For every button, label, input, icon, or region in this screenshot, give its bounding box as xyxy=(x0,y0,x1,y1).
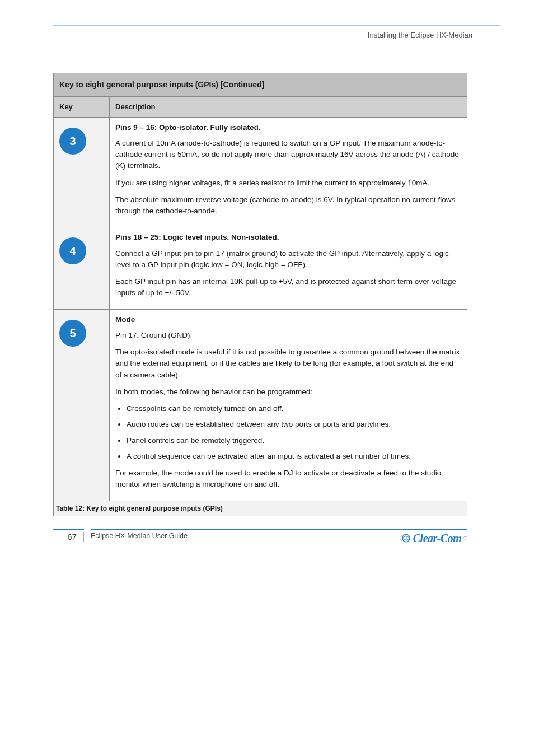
key-cell: 3 xyxy=(54,117,110,227)
desc-title: Mode xyxy=(115,314,461,325)
table-row: 5 Mode Pin 17: Ground (GND).The opto-iso… xyxy=(54,309,467,501)
desc-title: Pins 9 – 16: Opto-isolator. Fully isolat… xyxy=(115,122,461,133)
desc-body: A current of 10mA (anode-to-cathode) is … xyxy=(115,138,461,217)
logo-text: Clear-Com xyxy=(413,532,462,545)
table-caption: Table 12: Key to eight general purpose i… xyxy=(54,501,467,516)
desc-body: Connect a GP input pin to pin 17 (matrix… xyxy=(115,248,461,299)
table-caption-row: Table 12: Key to eight general purpose i… xyxy=(54,501,467,516)
desc-title: Pins 18 – 25: Logic level inputs. Non-is… xyxy=(115,232,461,243)
globe-icon xyxy=(400,533,411,544)
page-footer: 67 Eclipse HX-Median User Guide Clear-Co… xyxy=(53,529,467,545)
key-cell: 4 xyxy=(54,227,110,309)
table-title: Key to eight general purpose inputs (GPI… xyxy=(54,73,467,97)
brand-logo: Clear-Com ® xyxy=(400,532,467,545)
page-number: 67 xyxy=(53,532,84,542)
table-row: 3 Pins 9 – 16: Opto-isolator. Fully isol… xyxy=(54,117,467,227)
footer-divider-right xyxy=(91,529,467,530)
desc-body: Pin 17: Ground (GND).The opto-isolated m… xyxy=(115,330,461,491)
key-circle-icon: 5 xyxy=(59,320,86,347)
footer-divider-left xyxy=(53,529,84,530)
registered-mark: ® xyxy=(463,535,467,541)
key-cell: 5 xyxy=(54,309,110,501)
desc-cell: Pins 9 – 16: Opto-isolator. Fully isolat… xyxy=(110,117,467,227)
key-circle-icon: 3 xyxy=(59,128,86,155)
table-header-row: Key Description xyxy=(54,97,467,118)
doc-title: Eclipse HX-Median User Guide xyxy=(84,532,188,540)
desc-cell: Mode Pin 17: Ground (GND).The opto-isola… xyxy=(110,309,467,501)
desc-cell: Pins 18 – 25: Logic level inputs. Non-is… xyxy=(110,227,467,309)
col-header-key: Key xyxy=(54,97,110,118)
key-circle-icon: 4 xyxy=(59,237,86,264)
header-divider xyxy=(53,25,500,26)
table-title-row: Key to eight general purpose inputs (GPI… xyxy=(54,73,467,97)
col-header-desc: Description xyxy=(110,97,467,118)
gpi-table: Key to eight general purpose inputs (GPI… xyxy=(53,73,467,516)
table-row: 4 Pins 18 – 25: Logic level inputs. Non-… xyxy=(54,227,467,309)
header-label: Installing the Eclipse HX-Median xyxy=(368,31,472,39)
